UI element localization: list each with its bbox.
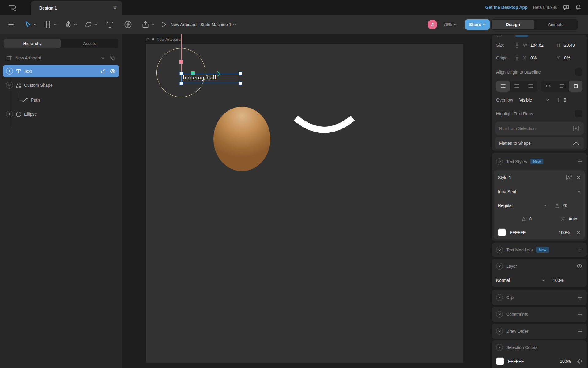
artboard-state-machine-menu[interactable]: New Artboard - State Machine 1 [171, 15, 236, 34]
height-input[interactable]: 29.49 [564, 43, 575, 48]
section-chevron-icon[interactable] [496, 35, 502, 37]
origin-y-input[interactable]: 0% [564, 56, 570, 60]
clip-header[interactable]: Clip [492, 290, 587, 305]
fill-opacity-value[interactable]: 100% [559, 230, 570, 235]
layer-row-text[interactable]: Text [3, 65, 119, 77]
overflow-chevron-icon[interactable] [546, 99, 549, 101]
tab-animate-mode[interactable]: Animate [534, 20, 577, 29]
select-tool-button[interactable] [24, 15, 36, 34]
share-button[interactable]: Share [465, 19, 490, 30]
get-desktop-app-link[interactable]: Get the Desktop App [485, 5, 528, 10]
selection-hex-value[interactable]: FFFFFF [508, 359, 524, 364]
fixed-box-button[interactable] [569, 81, 582, 92]
export-button[interactable] [141, 15, 154, 34]
blend-mode-select[interactable]: Normal [496, 278, 542, 283]
tag-icon[interactable] [110, 55, 116, 61]
play-state-machine-button[interactable] [160, 15, 167, 34]
rive-logo-icon[interactable] [8, 3, 17, 12]
font-weight-select[interactable]: Regular [498, 203, 544, 208]
selection-opacity-value[interactable]: 100% [560, 359, 571, 364]
stage-canvas[interactable]: New Artboard boucing ball [122, 34, 491, 368]
font-size-input[interactable]: 20 [563, 203, 567, 208]
add-clip-button[interactable] [578, 295, 582, 300]
run-from-selection-button[interactable]: Run from Selection [495, 122, 584, 135]
export-chevron-icon[interactable] [151, 24, 154, 25]
user-avatar[interactable]: J [428, 20, 437, 29]
artboard-canvas-label[interactable]: New Artboard [146, 36, 181, 42]
selection-color-swatch[interactable] [496, 357, 504, 365]
zoom-level-control[interactable]: 78% [443, 15, 457, 34]
link-dimensions-icon[interactable] [515, 42, 523, 48]
artboard-tool-chevron-icon[interactable] [54, 24, 57, 25]
auto-width-button[interactable] [541, 81, 555, 92]
link-origin-icon[interactable] [515, 55, 523, 61]
tab-hierarchy[interactable]: Hierarchy [4, 39, 61, 48]
add-text-style-button[interactable] [578, 159, 582, 164]
section-chevron-icon[interactable] [496, 344, 503, 351]
layer-row-ellipse[interactable]: Ellipse [3, 108, 119, 120]
collapse-chevron-icon[interactable] [6, 82, 13, 89]
selection-colors-header[interactable]: Selection Colors [492, 340, 587, 355]
remove-style-icon[interactable] [576, 175, 581, 180]
layer-header[interactable]: Layer [492, 259, 587, 274]
origin-handle[interactable] [179, 60, 183, 64]
fill-hex-value[interactable]: FFFFFF [510, 230, 526, 235]
section-chevron-icon[interactable] [496, 247, 503, 253]
flatten-to-shape-button[interactable]: Flatten to Shape [495, 137, 584, 149]
selection-handle-bottom-left[interactable] [179, 82, 183, 85]
style-name[interactable]: Style 1 [498, 175, 511, 180]
text-tool-button[interactable] [106, 15, 114, 34]
width-input[interactable]: 184.62 [530, 43, 557, 48]
align-right-button[interactable] [524, 81, 537, 92]
layer-visibility-eye-icon[interactable] [576, 264, 582, 269]
align-origin-toggle[interactable] [575, 68, 582, 76]
line-height-input[interactable]: Auto [568, 217, 577, 221]
align-left-button[interactable] [496, 81, 510, 92]
wrap-text-button[interactable] [555, 81, 569, 92]
artboard-list-row[interactable]: New Artboard [4, 53, 118, 63]
text-object[interactable]: boucing ball [183, 75, 217, 81]
selection-handle-bottom-right[interactable] [239, 82, 242, 85]
text-run-icon[interactable] [565, 174, 572, 181]
shapes-tool-chevron-icon[interactable] [94, 24, 97, 25]
font-family-row[interactable]: Inria Serif [494, 185, 585, 198]
layer-row-custom-shape[interactable]: Custom Shape [3, 79, 119, 91]
overflow-select[interactable]: Visible [519, 98, 546, 102]
section-chevron-icon[interactable] [496, 328, 503, 335]
visibility-eye-icon[interactable] [110, 69, 116, 74]
tab-design-mode[interactable]: Design [492, 20, 534, 29]
color-target-icon[interactable] [577, 358, 582, 364]
remove-fill-icon[interactable] [576, 230, 581, 235]
notifications-bell-icon[interactable] [575, 4, 581, 11]
font-family-select[interactable]: Inria Serif [498, 189, 516, 194]
layer-row-path[interactable]: Path [3, 94, 119, 106]
select-tool-chevron-icon[interactable] [34, 24, 36, 25]
selection-handle-top-left[interactable] [179, 72, 183, 75]
close-tab-icon[interactable]: ✕ [113, 5, 117, 11]
artboard-play-icon[interactable] [146, 37, 150, 41]
feedback-icon[interactable] [563, 4, 570, 11]
constraints-header[interactable]: Constraints [492, 307, 587, 322]
layer-opacity-input[interactable]: 100% [553, 278, 564, 283]
add-constraint-button[interactable] [578, 312, 582, 317]
text-styles-header[interactable]: Text Styles New [492, 153, 587, 171]
add-text-modifier-button[interactable] [578, 247, 582, 252]
ball-ellipse-shape[interactable] [213, 107, 270, 171]
unlock-icon[interactable] [100, 68, 106, 74]
document-tab[interactable]: Design 1 ✕ [31, 1, 123, 15]
weight-chevron-icon[interactable] [544, 205, 547, 206]
smile-path-shape[interactable] [292, 113, 356, 146]
expand-chevron-icon[interactable] [6, 111, 13, 117]
artboard-collapse-chevron-icon[interactable] [101, 57, 104, 59]
main-menu-button[interactable] [7, 15, 15, 34]
vertical-offset-input[interactable]: 0 [564, 98, 566, 102]
text-modifiers-header[interactable]: Text Modifiers New [492, 243, 587, 257]
tab-assets[interactable]: Assets [61, 39, 118, 48]
section-chevron-icon[interactable] [496, 311, 503, 318]
selection-handle-top-right[interactable] [239, 72, 242, 75]
artboard-tool-button[interactable] [44, 15, 57, 34]
section-chevron-icon[interactable] [496, 294, 503, 301]
events-tool-button[interactable] [124, 15, 132, 34]
align-center-button[interactable] [510, 81, 524, 92]
origin-x-input[interactable]: 0% [530, 56, 557, 60]
